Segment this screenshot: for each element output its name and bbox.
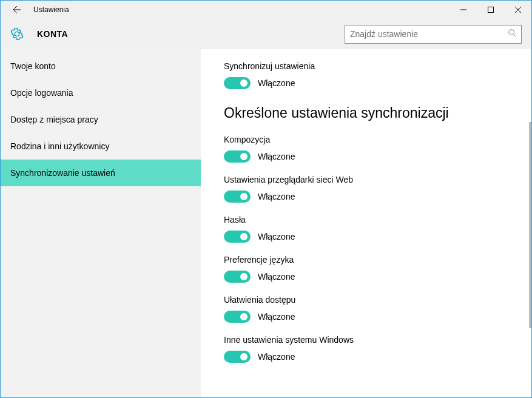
- toggle-browser[interactable]: [224, 191, 251, 203]
- content-pane: Synchronizuj ustawienia Włączone Określo…: [201, 49, 531, 397]
- titlebar: Ustawienia: [1, 1, 531, 19]
- maximize-icon: [488, 7, 494, 13]
- toggle-state: Włączone: [258, 232, 295, 241]
- toggle-language[interactable]: [224, 271, 251, 283]
- search-icon: [508, 29, 516, 39]
- toggle-accessibility[interactable]: [224, 311, 251, 323]
- setting-theme: Kompozycja Włączone: [224, 135, 507, 163]
- sidebar-item-sync-settings[interactable]: Synchronizowanie ustawień: [1, 160, 201, 186]
- sidebar-item-work-access[interactable]: Dostęp z miejsca pracy: [1, 106, 201, 133]
- minimize-icon: [460, 7, 466, 13]
- sidebar-item-family[interactable]: Rodzina i inni użytkownicy: [1, 133, 201, 160]
- toggle-knob: [240, 193, 247, 200]
- toggle-row: Włączone: [224, 311, 507, 323]
- toggle-row: Włączone: [224, 150, 507, 163]
- window-controls: [450, 1, 531, 19]
- toggle-other-windows[interactable]: [224, 351, 251, 363]
- toggle-row: Włączone: [224, 77, 507, 89]
- toggle-state: Włączone: [258, 352, 295, 362]
- setting-accessibility: Ułatwienia dostępu Włączone: [224, 295, 507, 323]
- header-title: KONTA: [37, 29, 68, 39]
- sidebar-item-account[interactable]: Twoje konto: [1, 53, 201, 79]
- setting-label: Synchronizuj ustawienia: [224, 61, 507, 71]
- toggle-knob: [240, 79, 247, 87]
- minimize-button[interactable]: [450, 1, 477, 19]
- toggle-passwords[interactable]: [224, 231, 251, 243]
- setting-label: Ustawienia przeglądarki sieci Web: [224, 175, 507, 184]
- toggle-knob: [240, 353, 247, 360]
- section-heading: Określone ustawienia synchronizacji: [224, 105, 507, 121]
- search-input[interactable]: [350, 29, 508, 39]
- toggle-state: Włączone: [258, 272, 295, 282]
- close-button[interactable]: [504, 1, 531, 19]
- setting-label: Inne ustawienia systemu Windows: [224, 335, 507, 345]
- setting-language: Preferencje języka Włączone: [224, 255, 507, 283]
- toggle-state: Włączone: [258, 78, 295, 88]
- gear-icon: [10, 27, 24, 41]
- sidebar: Twoje konto Opcje logowania Dostęp z mie…: [1, 49, 201, 397]
- arrow-left-icon: [12, 5, 22, 15]
- toggle-row: Włączone: [224, 271, 507, 283]
- body: Twoje konto Opcje logowania Dostęp z mie…: [1, 49, 531, 397]
- toggle-knob: [240, 153, 247, 160]
- setting-label: Preferencje języka: [224, 255, 507, 265]
- svg-point-1: [509, 30, 514, 35]
- svg-rect-0: [488, 7, 493, 13]
- toggle-theme[interactable]: [224, 150, 251, 163]
- setting-label: Ułatwienia dostępu: [224, 295, 507, 305]
- toggle-knob: [240, 233, 247, 240]
- maximize-button[interactable]: [477, 1, 504, 19]
- toggle-state: Włączone: [258, 152, 295, 161]
- toggle-row: Włączone: [224, 231, 507, 243]
- setting-sync-main: Synchronizuj ustawienia Włączone: [224, 61, 507, 89]
- toggle-state: Włączone: [258, 192, 295, 201]
- toggle-knob: [240, 313, 247, 320]
- window-title: Ustawienia: [33, 5, 69, 14]
- toggle-sync[interactable]: [224, 77, 251, 89]
- search-box[interactable]: [345, 25, 522, 44]
- toggle-state: Włączone: [258, 312, 295, 322]
- toggle-row: Włączone: [224, 191, 507, 203]
- toggle-row: Włączone: [224, 351, 507, 363]
- back-button[interactable]: [8, 5, 26, 15]
- toggle-knob: [240, 273, 247, 280]
- header: KONTA: [1, 19, 531, 49]
- scrollbar[interactable]: [524, 49, 531, 397]
- sidebar-item-signin-options[interactable]: Opcje logowania: [1, 79, 201, 106]
- setting-label: Hasła: [224, 215, 507, 224]
- setting-other-windows: Inne ustawienia systemu Windows Włączone: [224, 335, 507, 363]
- scrollbar-thumb[interactable]: [529, 122, 531, 328]
- close-icon: [515, 7, 521, 13]
- setting-label: Kompozycja: [224, 135, 507, 144]
- setting-browser: Ustawienia przeglądarki sieci Web Włączo…: [224, 175, 507, 203]
- setting-passwords: Hasła Włączone: [224, 215, 507, 243]
